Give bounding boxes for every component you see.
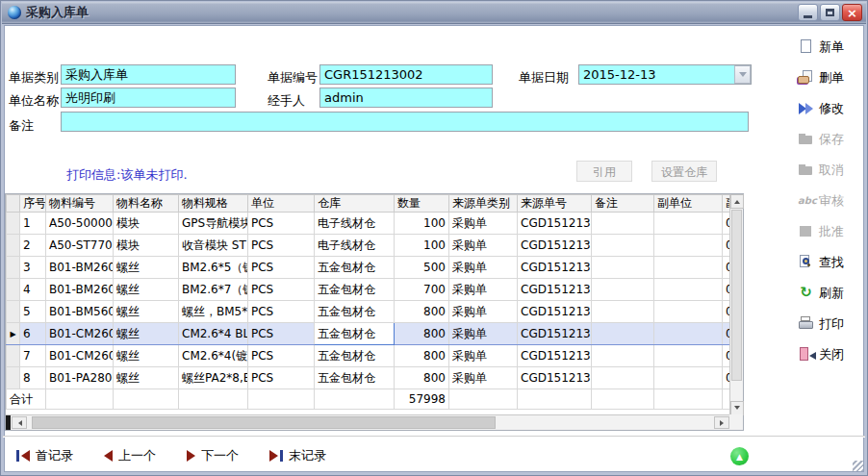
- cell-qty[interactable]: 800: [395, 323, 449, 345]
- horizontal-scroll-thumb[interactable]: [32, 416, 496, 429]
- sidebar-button-del[interactable]: 删单: [798, 66, 865, 88]
- cell-warehouse[interactable]: 五金包材仓: [315, 367, 395, 389]
- table-row[interactable]: 5B01-BM5600螺丝螺丝，BM5*(PCS五金包材仓800采购单CGD15…: [7, 301, 731, 323]
- cell-item-spec[interactable]: CM2.6*4(镀镍: [179, 345, 248, 367]
- cell-source-no[interactable]: CGD151213: [518, 257, 592, 279]
- cell-sub-unit[interactable]: [654, 279, 723, 301]
- cell-seq[interactable]: 5: [20, 301, 46, 323]
- scroll-right-icon[interactable]: [714, 416, 729, 429]
- cell-unit[interactable]: PCS: [248, 257, 315, 279]
- cell-item-spec[interactable]: 收音模块 ST: [179, 235, 248, 257]
- cell-source-type[interactable]: 采购单: [449, 345, 518, 367]
- cell-item-code[interactable]: A50-500000: [46, 213, 114, 235]
- col-header-item-name[interactable]: 物料名称: [114, 195, 179, 213]
- cell-warehouse[interactable]: 五金包材仓: [315, 279, 395, 301]
- cell-item-name[interactable]: 螺丝: [114, 279, 179, 301]
- cell-item-code[interactable]: B01-PA2800: [46, 367, 114, 389]
- vertical-scroll-thumb[interactable]: [731, 210, 742, 381]
- cell-source-type[interactable]: 采购单: [449, 301, 518, 323]
- table-row[interactable]: 1A50-500000模块GPS导航模块PCS电子线材仓100采购单CGD151…: [7, 213, 731, 235]
- cell-remark[interactable]: [592, 301, 654, 323]
- cell-item-name[interactable]: 螺丝: [114, 257, 179, 279]
- nav-first-record[interactable]: 首记录: [16, 447, 73, 464]
- table-row[interactable]: 3B01-BM2605螺丝BM2.6*5（镀PCS五金包材仓500采购单CGD1…: [7, 257, 731, 279]
- cell-source-type[interactable]: 采购单: [449, 367, 518, 389]
- sidebar-button-close[interactable]: 关闭: [798, 343, 865, 365]
- cell-sub-unit[interactable]: [654, 235, 723, 257]
- cell-unit[interactable]: PCS: [248, 301, 315, 323]
- resize-grip-icon[interactable]: [853, 461, 863, 471]
- col-header-sub-unit[interactable]: 副单位: [654, 195, 723, 213]
- cell-item-name[interactable]: 模块: [114, 235, 179, 257]
- doc-date-dropdown-icon[interactable]: [734, 65, 751, 84]
- cell-warehouse[interactable]: 五金包材仓: [315, 257, 395, 279]
- cell-source-no[interactable]: CGD151213: [518, 367, 592, 389]
- cell-sub-unit[interactable]: [654, 301, 723, 323]
- cell-source-no[interactable]: CGD151213: [518, 345, 592, 367]
- col-header-source-no[interactable]: 来源单号: [518, 195, 592, 213]
- cell-unit[interactable]: PCS: [248, 279, 315, 301]
- reference-button[interactable]: 引用: [576, 161, 632, 182]
- cell-seq[interactable]: 4: [20, 279, 46, 301]
- cell-source-type[interactable]: 采购单: [449, 213, 518, 235]
- cell-source-type[interactable]: 采购单: [449, 257, 518, 279]
- cell-item-code[interactable]: B01-CM2604: [46, 345, 114, 367]
- scroll-down-icon[interactable]: [730, 401, 744, 415]
- cell-qty[interactable]: 500: [395, 257, 449, 279]
- set-warehouse-button[interactable]: 设置仓库: [651, 161, 717, 182]
- cell-source-no[interactable]: CGD151213: [518, 213, 592, 235]
- cell-qty[interactable]: 800: [395, 301, 449, 323]
- cell-sub-unit[interactable]: [654, 213, 723, 235]
- cell-item-name[interactable]: 螺丝: [114, 367, 179, 389]
- cell-remark[interactable]: [592, 213, 654, 235]
- nav-next-record[interactable]: 下一个: [187, 447, 239, 464]
- cell-remark[interactable]: [592, 235, 654, 257]
- cell-source-no[interactable]: CGD151213: [518, 279, 592, 301]
- cell-seq[interactable]: 3: [20, 257, 46, 279]
- nav-prev-record[interactable]: 上一个: [104, 447, 156, 464]
- col-header-seq[interactable]: 序号: [20, 195, 46, 213]
- cell-sub-unit[interactable]: [654, 257, 723, 279]
- cell-warehouse[interactable]: 五金包材仓: [315, 345, 395, 367]
- doc-no-field[interactable]: [319, 64, 493, 85]
- cell-source-no[interactable]: CGD151213: [518, 323, 592, 345]
- cell-unit[interactable]: PCS: [248, 235, 315, 257]
- col-header-qty[interactable]: 数量: [395, 195, 449, 213]
- cell-remark[interactable]: [592, 279, 654, 301]
- sidebar-button-search[interactable]: 查找: [798, 251, 865, 273]
- cell-qty[interactable]: 800: [395, 367, 449, 389]
- cell-warehouse[interactable]: 五金包材仓: [315, 301, 395, 323]
- cell-sub-unit[interactable]: [654, 345, 723, 367]
- cell-item-code[interactable]: B01-BM5600: [46, 301, 114, 323]
- sidebar-button-edit[interactable]: 修改: [798, 97, 865, 119]
- minimize-button[interactable]: [798, 4, 818, 21]
- sidebar-button-print[interactable]: 打印: [798, 313, 865, 335]
- close-button[interactable]: ×: [842, 4, 862, 21]
- cell-warehouse[interactable]: 电子线材仓: [315, 213, 395, 235]
- table-row[interactable]: 8B01-PA2800螺丝螺丝PA2*8,BPCS五金包材仓800采购单CGD1…: [7, 367, 731, 389]
- horizontal-scrollbar[interactable]: [6, 414, 730, 430]
- cell-warehouse[interactable]: 五金包材仓: [315, 323, 395, 345]
- vertical-scrollbar[interactable]: [729, 194, 743, 415]
- col-header-warehouse[interactable]: 仓库: [315, 195, 395, 213]
- table-row[interactable]: ▶6B01-CM2604螺丝CM2.6*4 BLPCS五金包材仓800采购单CG…: [7, 323, 731, 345]
- cell-remark[interactable]: [592, 367, 654, 389]
- col-header-source-type[interactable]: 来源单类别: [449, 195, 518, 213]
- cell-seq[interactable]: 6: [20, 323, 46, 345]
- cell-qty[interactable]: 800: [395, 345, 449, 367]
- cell-unit[interactable]: PCS: [248, 345, 315, 367]
- cell-remark[interactable]: [592, 323, 654, 345]
- cell-source-no[interactable]: CGD151213: [518, 301, 592, 323]
- nav-last-record[interactable]: 末记录: [269, 447, 326, 464]
- cell-item-code[interactable]: B01-BM2607: [46, 279, 114, 301]
- cell-source-type[interactable]: 采购单: [449, 279, 518, 301]
- cell-seq[interactable]: 2: [20, 235, 46, 257]
- doc-date-field[interactable]: [578, 64, 752, 85]
- cell-warehouse[interactable]: 电子线材仓: [315, 235, 395, 257]
- cell-item-code[interactable]: B01-CM2604: [46, 323, 114, 345]
- cell-sub-unit[interactable]: [654, 323, 723, 345]
- cell-source-type[interactable]: 采购单: [449, 323, 518, 345]
- sidebar-button-refresh[interactable]: ↻刷新: [798, 282, 865, 304]
- green-status-icon[interactable]: ▲: [730, 447, 749, 465]
- cell-item-spec[interactable]: BM2.6*7（镀: [179, 279, 248, 301]
